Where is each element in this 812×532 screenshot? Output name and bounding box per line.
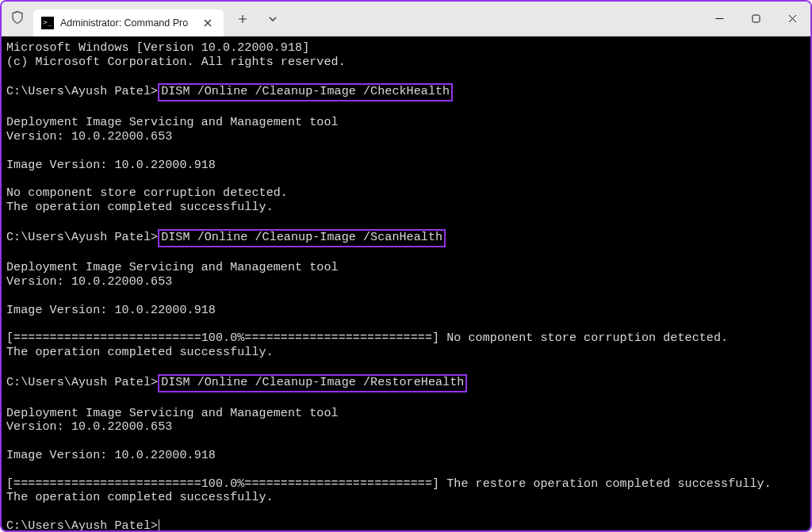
tab-title: Administrator: Command Pro [60,17,195,29]
tool-version-line: Version: 10.0.22000.653 [6,420,172,434]
os-banner-line: Microsoft Windows [Version 10.0.22000.91… [6,41,309,55]
minimize-button[interactable] [701,2,737,36]
prompt: C:\Users\Ayush Patel> [6,376,158,389]
highlighted-command-1: DISM /Online /Cleanup-Image /CheckHealth [158,83,453,101]
app-badge [2,10,33,28]
tab-close-button[interactable] [200,15,216,31]
shield-icon [10,10,25,28]
image-version-line: Image Version: 10.0.22000.918 [6,449,216,462]
scan-progress-line: [==========================100.0%=======… [6,331,728,345]
close-button[interactable] [774,2,810,36]
highlighted-command-3: DISM /Online /Cleanup-Image /RestoreHeal… [158,374,467,392]
tool-version-line: Version: 10.0.22000.653 [6,275,172,289]
titlebar: >_ Administrator: Command Pro [2,2,810,36]
copyright-line: (c) Microsoft Corporation. All rights re… [6,55,346,69]
highlighted-command-2: DISM /Online /Cleanup-Image /ScanHealth [158,229,446,247]
tool-name-line: Deployment Image Servicing and Managemen… [6,261,339,274]
maximize-button[interactable] [737,2,774,36]
tab-actions [230,2,285,36]
tab-active[interactable]: >_ Administrator: Command Pro [33,10,224,36]
new-tab-button[interactable] [230,6,255,32]
prompt: C:\Users\Ayush Patel> [6,85,158,98]
operation-success-line: The operation completed successfully. [6,201,274,214]
operation-success-line: The operation completed successfully. [6,346,274,359]
cmd-icon: >_ [41,17,54,29]
restore-progress-line: [==========================100.0%=======… [6,477,772,491]
prompt: C:\Users\Ayush Patel> [6,231,158,244]
operation-success-line: The operation completed successfully. [6,491,274,504]
tab-dropdown-button[interactable] [260,6,285,32]
image-version-line: Image Version: 10.0.22000.918 [6,159,216,172]
prompt: C:\Users\Ayush Patel> [6,519,158,530]
svg-rect-5 [753,15,760,22]
tool-name-line: Deployment Image Servicing and Managemen… [6,116,339,129]
tool-version-line: Version: 10.0.22000.653 [6,130,172,144]
terminal-output[interactable]: Microsoft Windows [Version 10.0.22000.91… [2,36,810,530]
check-result-line: No component store corruption detected. [6,186,288,200]
text-cursor [159,519,159,530]
image-version-line: Image Version: 10.0.22000.918 [6,304,216,317]
tool-name-line: Deployment Image Servicing and Managemen… [6,407,339,420]
window-controls [701,2,810,36]
